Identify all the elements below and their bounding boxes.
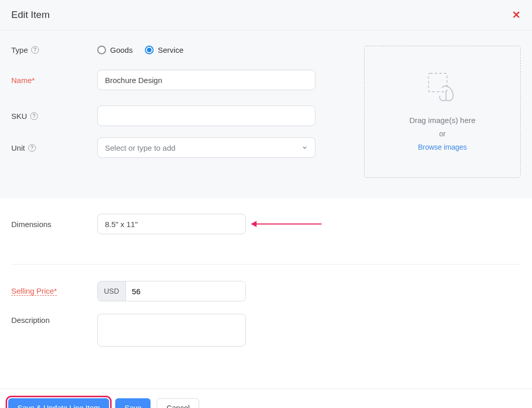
section-divider <box>11 264 521 264</box>
sku-row: SKU ? <box>11 106 354 126</box>
upload-drag-text: Drag image(s) here <box>409 116 475 125</box>
dimensions-input[interactable] <box>97 214 246 234</box>
type-label: Type ? <box>11 46 97 54</box>
svg-rect-0 <box>429 73 447 92</box>
form-fields: Type ? Goods Service Name* <box>11 46 354 178</box>
description-textarea[interactable] <box>97 314 246 346</box>
selling-price-label: Selling Price* <box>11 287 57 296</box>
image-upload-area: Drag image(s) here or Browse images <box>364 46 521 178</box>
unit-row: Unit ? Select or type to add <box>11 137 354 158</box>
type-row: Type ? Goods Service <box>11 46 354 54</box>
upload-icon <box>428 72 457 105</box>
unit-select[interactable]: Select or type to add <box>97 137 315 158</box>
help-icon[interactable]: ? <box>30 112 38 120</box>
dimensions-label: Dimensions <box>11 220 97 229</box>
description-label: Description <box>11 314 97 324</box>
save-button[interactable]: Save <box>115 398 151 408</box>
radio-goods[interactable]: Goods <box>97 46 133 54</box>
currency-prefix: USD <box>98 281 126 301</box>
unit-label-text: Unit <box>11 144 25 152</box>
radio-circle-checked-icon <box>145 46 154 54</box>
chevron-down-icon <box>302 144 308 152</box>
selling-price-control: USD <box>97 281 246 301</box>
radio-goods-label: Goods <box>110 46 133 54</box>
name-row: Name* <box>11 70 354 90</box>
name-control <box>97 70 354 90</box>
name-label: Name* <box>11 76 97 85</box>
description-row: Description <box>11 314 521 346</box>
dimensions-row: Dimensions <box>11 214 521 234</box>
modal-header: Edit Item ✕ <box>0 0 532 30</box>
sku-control <box>97 106 354 126</box>
type-radio-group: Goods Service <box>97 46 354 54</box>
help-icon[interactable]: ? <box>31 46 39 54</box>
page-title: Edit Item <box>11 9 50 21</box>
unit-label: Unit ? <box>11 144 97 152</box>
radio-service-label: Service <box>158 46 183 54</box>
sku-input[interactable] <box>97 106 315 126</box>
selling-price-row: Selling Price* USD <box>11 281 521 301</box>
selling-price-input[interactable] <box>126 281 245 301</box>
lower-form-section: Dimensions Selling Price* USD Descriptio… <box>0 198 532 358</box>
close-icon[interactable]: ✕ <box>512 10 521 20</box>
radio-circle-icon <box>97 46 106 54</box>
type-label-text: Type <box>11 46 28 54</box>
upper-form-section: Type ? Goods Service Name* <box>0 30 532 198</box>
image-dropzone[interactable]: Drag image(s) here or Browse images <box>364 46 521 178</box>
save-update-line-item-button[interactable]: Save & Update Line Item <box>8 398 109 408</box>
selling-price-label-wrap: Selling Price* <box>11 287 97 296</box>
unit-placeholder: Select or type to add <box>105 144 176 152</box>
browse-images-link[interactable]: Browse images <box>418 143 467 151</box>
radio-service[interactable]: Service <box>145 46 183 54</box>
modal-footer: Save & Update Line Item Save Cancel <box>0 389 532 408</box>
unit-control: Select or type to add <box>97 137 354 158</box>
sku-label: SKU ? <box>11 112 97 120</box>
annotation-arrow-icon <box>255 223 322 225</box>
name-input[interactable] <box>97 70 315 90</box>
sku-label-text: SKU <box>11 112 27 120</box>
upload-or-text: or <box>439 130 445 138</box>
help-icon[interactable]: ? <box>28 144 36 152</box>
cancel-button[interactable]: Cancel <box>157 398 199 408</box>
